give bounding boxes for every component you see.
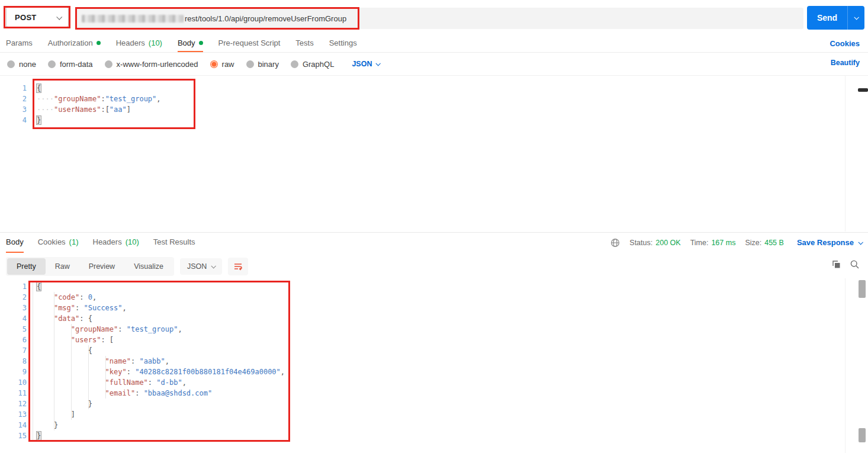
- send-options-button[interactable]: [848, 16, 864, 20]
- code-token: :: [79, 314, 88, 323]
- beautify-link[interactable]: Beautify: [831, 59, 860, 67]
- code-line[interactable]: {: [37, 83, 161, 94]
- code-token: }: [88, 400, 92, 408]
- code-token: :: [135, 389, 143, 397]
- body-mode-form-data[interactable]: form-data: [48, 60, 93, 69]
- line-number: 3: [0, 303, 27, 313]
- line-number: 9: [0, 367, 27, 377]
- code-token: "userNames": [54, 105, 101, 114]
- tab-tests[interactable]: Tests: [295, 36, 313, 52]
- code-token: "test_group": [127, 325, 178, 333]
- size-badge: Size: 455 B: [745, 239, 783, 247]
- code-line[interactable]: "fullName": "d-bb",: [37, 377, 285, 388]
- response-tab-headers[interactable]: Headers(10): [93, 233, 139, 253]
- code-token: "data": [54, 314, 79, 323]
- save-response-button[interactable]: Save Response: [797, 238, 862, 247]
- code-line[interactable]: "code": 0,: [37, 292, 285, 303]
- response-language-select[interactable]: JSON: [180, 258, 222, 275]
- response-body-code[interactable]: { "code": 0, "msg": "Success", "data": {…: [37, 281, 285, 441]
- copy-response-button[interactable]: [831, 259, 841, 269]
- code-line[interactable]: {: [37, 281, 285, 292]
- search-icon: [850, 259, 860, 269]
- code-token: [37, 400, 88, 408]
- view-tab-preview[interactable]: Preview: [79, 258, 124, 275]
- code-token: :: [79, 293, 88, 301]
- radio-icon: [105, 60, 112, 68]
- code-line[interactable]: }: [37, 115, 161, 126]
- response-scrollbar-thumb[interactable]: [859, 428, 866, 442]
- tab-body[interactable]: Body: [178, 36, 203, 52]
- response-tab-cookies[interactable]: Cookies(1): [38, 233, 79, 253]
- view-tab-raw[interactable]: Raw: [46, 258, 79, 275]
- code-line[interactable]: "data": {: [37, 313, 285, 324]
- response-language-label: JSON: [187, 262, 207, 271]
- code-line[interactable]: "users": [: [37, 335, 285, 345]
- wrap-lines-button[interactable]: [228, 258, 248, 275]
- body-mode-none[interactable]: none: [7, 60, 36, 69]
- code-token: ,: [281, 368, 285, 376]
- response-body-editor[interactable]: 123456789101112131415 { "code": 0, "msg"…: [0, 278, 868, 453]
- tab-settings[interactable]: Settings: [329, 36, 357, 52]
- url-input[interactable]: rest/tools/1.0/api/group/removeUserFromG…: [76, 8, 803, 29]
- http-method-label: POST: [15, 13, 37, 22]
- response-tab-test-results[interactable]: Test Results: [153, 233, 195, 253]
- view-tab-visualize[interactable]: Visualize: [124, 258, 173, 275]
- code-line[interactable]: }: [37, 420, 285, 430]
- code-token: :: [101, 336, 109, 344]
- code-token: {: [37, 282, 41, 291]
- code-line[interactable]: {: [37, 345, 285, 356]
- body-mode-label: binary: [258, 60, 279, 69]
- body-mode-raw[interactable]: raw: [210, 60, 234, 69]
- code-line[interactable]: }: [37, 430, 285, 441]
- code-line[interactable]: "msg": "Success",: [37, 303, 285, 313]
- code-token: "aabb": [139, 357, 165, 365]
- code-token: ,: [92, 293, 97, 301]
- body-mode-binary[interactable]: binary: [246, 60, 279, 69]
- body-mode-label: x-www-form-urlencoded: [117, 60, 198, 69]
- code-line[interactable]: "key": "40288c8281f00b880181f04e469a0000…: [37, 367, 285, 377]
- request-editor-scrollbar[interactable]: [858, 88, 868, 92]
- http-method-select[interactable]: POST: [6, 7, 69, 27]
- code-token: ,: [182, 378, 187, 387]
- tab-pre-request-script[interactable]: Pre-request Script: [218, 36, 281, 52]
- send-button[interactable]: Send: [807, 6, 864, 30]
- view-tab-pretty[interactable]: Pretty: [7, 258, 46, 275]
- request-body-editor[interactable]: 1234 {····"groupName":"test_group",····"…: [0, 75, 868, 231]
- line-number: 13: [0, 409, 27, 420]
- code-line[interactable]: }: [37, 399, 285, 409]
- body-mode-x-www-form-urlencoded[interactable]: x-www-form-urlencoded: [105, 60, 198, 69]
- response-tab-body[interactable]: Body: [6, 233, 24, 253]
- code-line[interactable]: ····"userNames":["aa"]: [37, 104, 161, 115]
- search-response-button[interactable]: [850, 259, 860, 269]
- body-mode-row: noneform-datax-www-form-urlencodedrawbin…: [0, 54, 868, 73]
- tab-label: Tests: [295, 38, 313, 47]
- line-number: 2: [0, 94, 27, 104]
- code-line[interactable]: ]: [37, 409, 285, 420]
- body-mode-GraphQL[interactable]: GraphQL: [291, 60, 334, 69]
- tab-params[interactable]: Params: [6, 36, 33, 52]
- line-number: 2: [0, 292, 27, 303]
- response-scrollbar-thumb[interactable]: [859, 280, 866, 298]
- request-language-select[interactable]: JSON: [352, 60, 380, 68]
- tab-authorization[interactable]: Authorization: [48, 36, 101, 52]
- code-line[interactable]: "groupName": "test_group",: [37, 324, 285, 335]
- cookies-link[interactable]: Cookies: [830, 39, 860, 48]
- code-line[interactable]: "name": "aabb",: [37, 356, 285, 367]
- body-mode-label: raw: [222, 60, 234, 69]
- code-token: ,: [165, 357, 169, 365]
- code-token: ,: [123, 304, 127, 312]
- code-token: ····: [37, 105, 54, 114]
- code-line[interactable]: ····"groupName":"test_group",: [37, 94, 161, 104]
- request-body-code[interactable]: {····"groupName":"test_group",····"userN…: [37, 83, 161, 126]
- code-token: [37, 389, 105, 397]
- line-number: 3: [0, 104, 27, 115]
- tab-count-badge: (1): [69, 237, 79, 246]
- chevron-down-icon: [211, 264, 216, 268]
- status-label: Status:: [629, 239, 652, 247]
- request-tabs: ParamsAuthorizationHeaders(10)BodyPre-re…: [0, 36, 868, 53]
- code-line[interactable]: "email": "bbaa@shdsd.com": [37, 388, 285, 399]
- code-token: "groupName": [71, 325, 118, 333]
- tab-headers[interactable]: Headers(10): [116, 36, 162, 52]
- code-token: [37, 336, 71, 344]
- line-number: 1: [0, 83, 27, 94]
